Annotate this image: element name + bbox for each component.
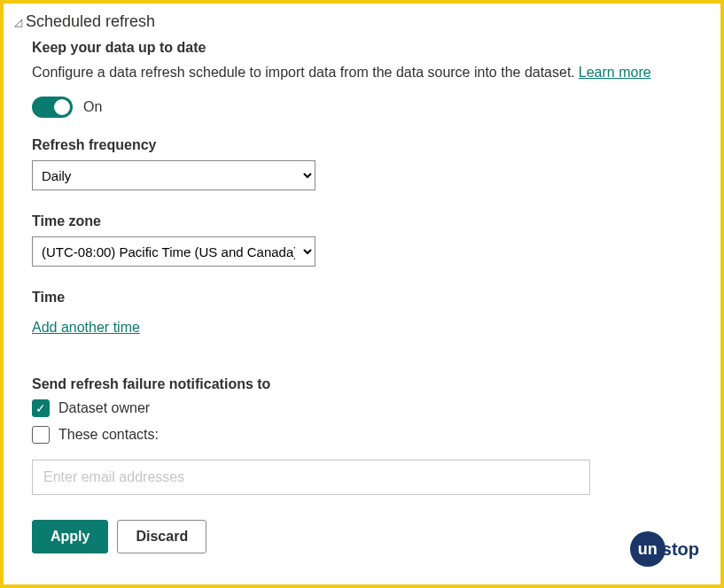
description-text: Configure a data refresh schedule to imp… [32,65,575,81]
logo-circle: un [630,531,666,567]
button-row: Apply Discard [32,520,705,553]
time-label: Time [32,290,705,306]
logo-text: stop [662,539,699,560]
add-time-link[interactable]: Add another time [32,320,140,336]
toggle-knob [54,99,70,115]
unstop-logo: un stop [630,531,699,567]
section-subtitle: Keep your data up to date [32,40,705,56]
dataset-owner-label: Dataset owner [58,400,150,416]
email-input[interactable] [32,460,590,495]
notifications-label: Send refresh failure notifications to [32,376,705,392]
description-row: Configure a data refresh schedule to imp… [32,65,705,81]
contacts-row: These contacts: [32,426,705,444]
toggle-row: On [32,97,705,118]
toggle-label: On [83,99,102,115]
enabled-toggle[interactable] [32,97,73,118]
collapse-icon: ◿ [14,16,22,28]
frequency-select[interactable]: Daily [32,160,315,190]
section-header[interactable]: ◿ Scheduled refresh [14,12,705,31]
dataset-owner-row: ✓ Dataset owner [32,399,705,417]
section-title: Scheduled refresh [26,12,155,31]
timezone-label: Time zone [32,213,705,229]
dataset-owner-checkbox[interactable]: ✓ [32,399,50,417]
discard-button[interactable]: Discard [117,520,206,553]
frequency-label: Refresh frequency [32,137,705,153]
contacts-checkbox[interactable] [32,426,50,444]
apply-button[interactable]: Apply [32,520,108,553]
section-content: Keep your data up to date Configure a da… [14,40,705,553]
timezone-select[interactable]: (UTC-08:00) Pacific Time (US and Canada) [32,236,315,267]
contacts-label: These contacts: [58,427,159,443]
settings-panel: ◿ Scheduled refresh Keep your data up to… [0,0,724,588]
learn-more-link[interactable]: Learn more [579,65,651,81]
